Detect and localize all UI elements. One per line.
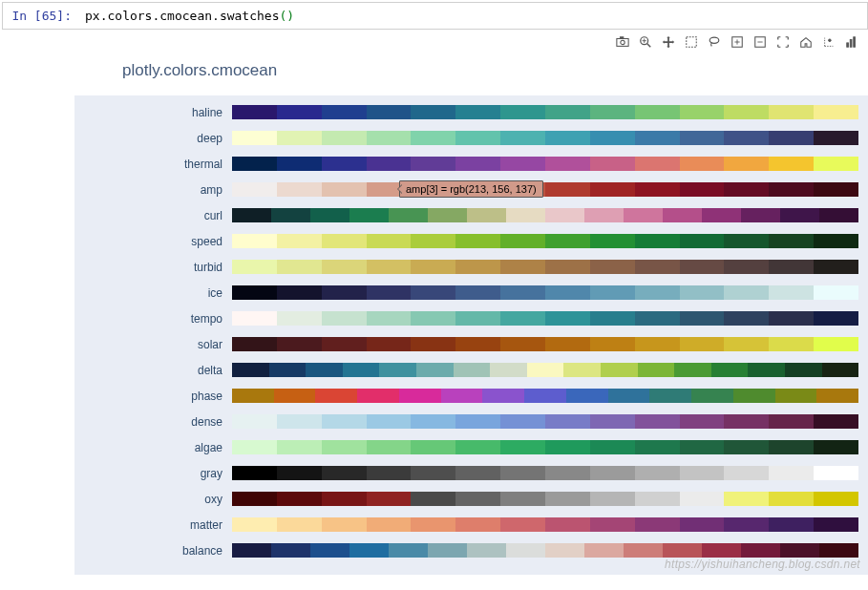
color-swatch[interactable] — [814, 157, 858, 171]
color-swatch[interactable] — [232, 157, 277, 171]
color-swatch[interactable] — [724, 285, 769, 300]
color-swatch[interactable] — [814, 440, 858, 454]
swatch-bar[interactable] — [232, 543, 858, 558]
color-swatch[interactable] — [635, 285, 680, 300]
color-swatch[interactable] — [232, 105, 277, 119]
color-swatch[interactable] — [680, 234, 725, 248]
color-swatch[interactable] — [322, 260, 367, 274]
color-swatch[interactable] — [411, 285, 455, 300]
color-swatch[interactable] — [724, 234, 769, 248]
swatch-bar[interactable] — [232, 105, 858, 119]
color-swatch[interactable] — [411, 440, 455, 454]
color-swatch[interactable] — [814, 337, 858, 351]
color-swatch[interactable] — [367, 260, 412, 274]
color-swatch[interactable] — [724, 414, 769, 429]
color-swatch[interactable] — [545, 440, 590, 454]
color-swatch[interactable] — [819, 543, 858, 558]
color-swatch[interactable] — [310, 543, 349, 558]
color-swatch[interactable] — [367, 131, 412, 145]
color-swatch[interactable] — [769, 182, 814, 197]
color-swatch[interactable] — [322, 517, 367, 532]
color-swatch[interactable] — [500, 414, 545, 429]
color-swatch[interactable] — [590, 311, 635, 326]
color-swatch[interactable] — [411, 234, 455, 248]
color-swatch[interactable] — [680, 466, 725, 480]
color-swatch[interactable] — [277, 285, 322, 300]
color-swatch[interactable] — [545, 131, 590, 145]
color-swatch[interactable] — [819, 208, 858, 222]
color-swatch[interactable] — [232, 234, 277, 248]
color-swatch[interactable] — [769, 260, 814, 274]
color-swatch[interactable] — [232, 466, 277, 480]
color-swatch[interactable] — [724, 311, 769, 326]
swatch-bar[interactable] — [232, 363, 858, 377]
color-swatch[interactable] — [367, 414, 412, 429]
color-swatch[interactable] — [635, 337, 680, 351]
color-swatch[interactable] — [277, 492, 322, 506]
color-swatch[interactable] — [322, 157, 367, 171]
color-swatch[interactable] — [680, 517, 725, 532]
color-swatch[interactable] — [411, 337, 455, 351]
color-swatch[interactable] — [357, 389, 399, 403]
color-swatch[interactable] — [467, 543, 506, 558]
color-swatch[interactable] — [399, 389, 441, 403]
select-icon[interactable] — [685, 35, 698, 52]
color-swatch[interactable] — [545, 311, 590, 326]
color-swatch[interactable] — [277, 466, 322, 480]
color-swatch[interactable] — [232, 311, 277, 326]
color-swatch[interactable] — [322, 105, 367, 119]
color-swatch[interactable] — [741, 208, 780, 222]
color-swatch[interactable] — [814, 182, 858, 197]
color-swatch[interactable] — [306, 363, 343, 377]
color-swatch[interactable] — [680, 131, 725, 145]
color-swatch[interactable] — [545, 260, 590, 274]
color-swatch[interactable] — [769, 517, 814, 532]
color-swatch[interactable] — [506, 208, 545, 222]
color-swatch[interactable] — [482, 389, 524, 403]
color-swatch[interactable] — [814, 131, 858, 145]
color-swatch[interactable] — [545, 208, 584, 222]
color-swatch[interactable] — [635, 157, 680, 171]
color-swatch[interactable] — [590, 182, 635, 197]
color-swatch[interactable] — [411, 311, 455, 326]
color-swatch[interactable] — [322, 492, 367, 506]
color-swatch[interactable] — [269, 363, 307, 377]
camera-icon[interactable] — [616, 35, 629, 52]
color-swatch[interactable] — [500, 466, 545, 480]
color-swatch[interactable] — [389, 543, 428, 558]
color-swatch[interactable] — [769, 285, 814, 300]
color-swatch[interactable] — [769, 440, 814, 454]
color-swatch[interactable] — [322, 337, 367, 351]
color-swatch[interactable] — [277, 234, 322, 248]
color-swatch[interactable] — [500, 131, 545, 145]
color-swatch[interactable] — [411, 105, 455, 119]
color-swatch[interactable] — [367, 466, 412, 480]
color-swatch[interactable] — [635, 311, 680, 326]
color-swatch[interactable] — [500, 260, 545, 274]
color-swatch[interactable] — [500, 492, 545, 506]
color-swatch[interactable] — [702, 208, 741, 222]
color-swatch[interactable] — [635, 517, 680, 532]
color-swatch[interactable] — [814, 466, 858, 480]
swatch-bar[interactable] — [232, 208, 858, 222]
color-swatch[interactable] — [769, 234, 814, 248]
swatch-bar[interactable] — [232, 260, 858, 274]
color-swatch[interactable] — [428, 543, 467, 558]
color-swatch[interactable] — [545, 234, 590, 248]
color-swatch[interactable] — [814, 260, 858, 274]
color-swatch[interactable] — [680, 285, 725, 300]
color-swatch[interactable] — [816, 389, 858, 403]
color-swatch[interactable] — [748, 363, 785, 377]
color-swatch[interactable] — [590, 517, 635, 532]
color-swatch[interactable] — [500, 234, 545, 248]
zoom-icon[interactable] — [639, 35, 652, 52]
color-swatch[interactable] — [467, 208, 506, 222]
zoomout-icon[interactable] — [753, 35, 767, 52]
color-swatch[interactable] — [769, 466, 814, 480]
color-swatch[interactable] — [322, 440, 367, 454]
color-swatch[interactable] — [584, 208, 624, 222]
color-swatch[interactable] — [411, 414, 455, 429]
color-swatch[interactable] — [271, 208, 310, 222]
color-swatch[interactable] — [814, 285, 858, 300]
color-swatch[interactable] — [608, 389, 650, 403]
